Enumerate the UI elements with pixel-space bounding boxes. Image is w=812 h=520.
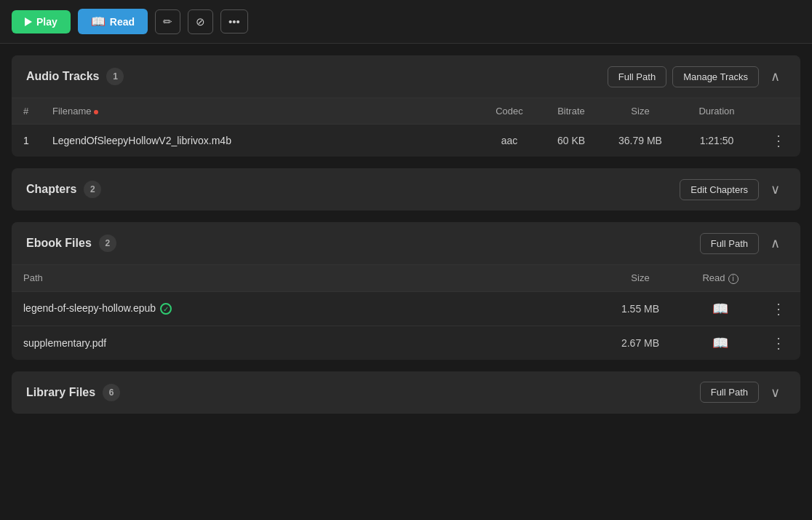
more-options-button[interactable]: ••• bbox=[220, 9, 248, 34]
ebook-path: legend-of-sleepy-hollow.epub✓ bbox=[12, 291, 597, 326]
track-size: 36.79 MB bbox=[604, 125, 677, 157]
chapters-section: Chapters 2 Edit Chapters ∨ bbox=[12, 168, 800, 210]
ebook-files-collapse-button[interactable]: ∧ bbox=[765, 232, 786, 254]
ebook-size: 1.55 MB bbox=[597, 291, 684, 326]
bookmark-button[interactable]: ⊘ bbox=[188, 9, 213, 34]
list-item: legend-of-sleepy-hollow.epub✓ 1.55 MB 📖 … bbox=[12, 291, 800, 326]
audio-tracks-table: # Filename Codec Bitrate Size Duration 1… bbox=[12, 98, 800, 157]
main-content: Audio Tracks 1 Full Path Manage Tracks ∧… bbox=[0, 44, 812, 425]
read-info-icon[interactable]: i bbox=[728, 274, 739, 284]
chapters-actions: Edit Chapters ∨ bbox=[680, 178, 786, 200]
chevron-down-icon-library: ∨ bbox=[771, 385, 780, 400]
ebook-files-table: Path Size Readi legend-of-sleepy-hollow.… bbox=[12, 264, 800, 360]
col-actions-header bbox=[757, 98, 800, 125]
ebook-actions: ⋮ bbox=[757, 291, 800, 326]
library-files-badge: 6 bbox=[103, 384, 120, 401]
library-files-header: Library Files 6 Full Path ∨ bbox=[12, 371, 800, 414]
book-open-icon: 📖 bbox=[91, 15, 106, 28]
track-bitrate: 60 KB bbox=[538, 125, 604, 157]
full-path-button-ebook[interactable]: Full Path bbox=[700, 233, 759, 254]
col-num-header: # bbox=[12, 98, 41, 125]
audio-tracks-collapse-button[interactable]: ∧ bbox=[765, 66, 786, 87]
book-icon[interactable]: 📖 bbox=[712, 335, 728, 351]
ebook-path: supplementary.pdf bbox=[12, 326, 597, 360]
full-path-button-library[interactable]: Full Path bbox=[700, 382, 759, 403]
col-ebook-actions-header bbox=[757, 265, 800, 292]
chevron-up-icon-ebook: ∧ bbox=[771, 236, 780, 251]
ebook-files-header-row: Path Size Readi bbox=[12, 265, 800, 292]
col-duration-header: Duration bbox=[677, 98, 757, 125]
track-actions: ⋮ bbox=[757, 125, 800, 157]
read-button[interactable]: 📖 Read bbox=[78, 9, 148, 34]
track-duration: 1:21:50 bbox=[677, 125, 757, 157]
col-path-header: Path bbox=[12, 265, 597, 292]
col-ebook-size-header: Size bbox=[597, 265, 684, 292]
table-row: 1 LegendOfSleepyHollowV2_librivox.m4b aa… bbox=[12, 125, 800, 157]
track-codec: aac bbox=[480, 125, 538, 157]
chevron-down-icon: ∨ bbox=[771, 182, 780, 197]
ebook-more-button[interactable]: ⋮ bbox=[768, 336, 789, 350]
chevron-up-icon: ∧ bbox=[771, 69, 780, 84]
read-label: Read bbox=[110, 16, 135, 28]
list-item: supplementary.pdf 2.67 MB 📖 ⋮ bbox=[12, 326, 800, 360]
track-num: 1 bbox=[12, 125, 41, 157]
edit-button[interactable]: ✏ bbox=[155, 9, 180, 34]
ebook-size: 2.67 MB bbox=[597, 326, 684, 360]
play-label: Play bbox=[36, 16, 57, 28]
chapters-expand-button[interactable]: ∨ bbox=[765, 178, 786, 200]
library-files-expand-button[interactable]: ∨ bbox=[765, 382, 786, 403]
ebook-files-header: Ebook Files 2 Full Path ∧ bbox=[12, 222, 800, 264]
col-codec-header: Codec bbox=[480, 98, 538, 125]
check-circle-icon: ✓ bbox=[160, 303, 172, 315]
track-more-button[interactable]: ⋮ bbox=[768, 133, 789, 148]
play-icon bbox=[25, 17, 32, 26]
audio-tracks-header-row: # Filename Codec Bitrate Size Duration bbox=[12, 98, 800, 125]
library-files-actions: Full Path ∨ bbox=[700, 382, 786, 403]
ebook-files-section: Ebook Files 2 Full Path ∧ Path Size Read… bbox=[12, 222, 800, 360]
ebook-files-title: Ebook Files bbox=[26, 237, 92, 250]
toolbar: Play 📖 Read ✏ ⊘ ••• bbox=[0, 0, 812, 44]
track-filename: LegendOfSleepyHollowV2_librivox.m4b bbox=[41, 125, 480, 157]
col-read-header: Readi bbox=[684, 265, 757, 292]
full-path-button-audio[interactable]: Full Path bbox=[608, 66, 666, 87]
manage-tracks-button[interactable]: Manage Tracks bbox=[672, 66, 759, 87]
ebook-files-actions: Full Path ∧ bbox=[700, 232, 786, 254]
play-button[interactable]: Play bbox=[12, 10, 71, 34]
pencil-icon: ✏ bbox=[163, 15, 172, 28]
filename-dot-indicator bbox=[94, 110, 98, 114]
ebook-actions: ⋮ bbox=[757, 326, 800, 360]
col-bitrate-header: Bitrate bbox=[538, 98, 604, 125]
chapters-title: Chapters bbox=[26, 183, 76, 196]
ebook-read-cell: 📖 bbox=[684, 326, 757, 360]
col-filename-header: Filename bbox=[41, 98, 480, 125]
chapters-badge: 2 bbox=[84, 181, 101, 198]
library-files-section: Library Files 6 Full Path ∨ bbox=[12, 371, 800, 414]
audio-tracks-badge: 1 bbox=[106, 68, 124, 85]
chapters-header: Chapters 2 Edit Chapters ∨ bbox=[12, 168, 800, 210]
library-files-title: Library Files bbox=[26, 386, 95, 399]
ebook-read-cell: 📖 bbox=[684, 291, 757, 326]
audio-tracks-section: Audio Tracks 1 Full Path Manage Tracks ∧… bbox=[12, 55, 800, 157]
edit-chapters-button[interactable]: Edit Chapters bbox=[680, 179, 759, 200]
audio-tracks-title: Audio Tracks bbox=[26, 70, 99, 83]
ebook-more-button[interactable]: ⋮ bbox=[768, 302, 789, 316]
ebook-files-badge: 2 bbox=[99, 235, 116, 252]
audio-tracks-actions: Full Path Manage Tracks ∧ bbox=[608, 66, 786, 87]
audio-tracks-header: Audio Tracks 1 Full Path Manage Tracks ∧ bbox=[12, 55, 800, 98]
book-icon[interactable]: 📖 bbox=[712, 301, 728, 317]
dots-horizontal-icon: ••• bbox=[228, 15, 240, 28]
bookmark-check-icon: ⊘ bbox=[196, 15, 205, 28]
col-size-header: Size bbox=[604, 98, 677, 125]
